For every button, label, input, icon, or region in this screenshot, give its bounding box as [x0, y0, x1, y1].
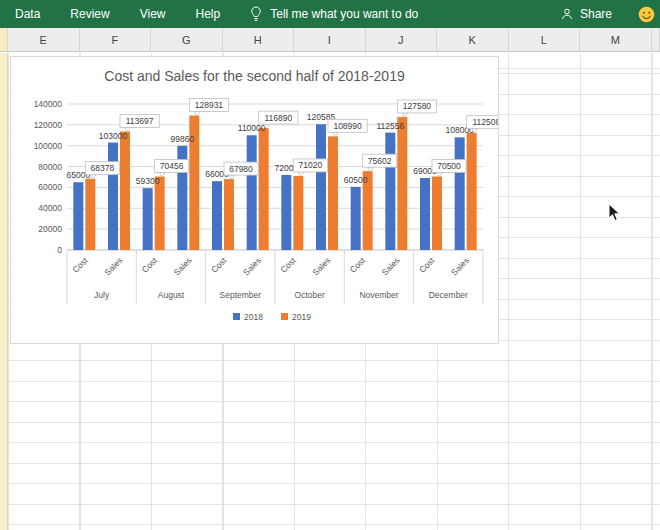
legend-swatch-2019[interactable]: [281, 313, 288, 320]
bar-2018-october-sales[interactable]: [316, 124, 326, 250]
y-tick-label: 0: [57, 245, 62, 255]
column-header-F[interactable]: F: [80, 28, 152, 51]
x-category-label: Cost: [417, 255, 437, 275]
data-callout-text: 127580: [403, 101, 432, 111]
share-label: Share: [580, 7, 612, 21]
bar-2018-september-cost[interactable]: [212, 181, 222, 250]
chart-title[interactable]: Cost and Sales for the second half of 20…: [11, 68, 498, 84]
bar-2018-july-sales[interactable]: [108, 143, 118, 250]
column-header-K[interactable]: K: [437, 28, 509, 51]
ribbon-tab-view[interactable]: View: [125, 0, 181, 28]
bar-2019-august-cost[interactable]: [155, 177, 165, 250]
bar-2019-july-cost[interactable]: [85, 179, 95, 250]
bar-2019-october-sales[interactable]: [328, 136, 338, 250]
y-tick-label: 60000: [38, 182, 62, 192]
chart[interactable]: Cost and Sales for the second half of 20…: [10, 56, 499, 344]
callout-pointer: [90, 175, 96, 179]
column-header-M[interactable]: M: [580, 28, 652, 51]
x-month-label: August: [158, 290, 185, 300]
x-category-label: Sales: [380, 255, 402, 277]
x-category-label: Cost: [209, 255, 229, 275]
ribbon-tab-help[interactable]: Help: [181, 0, 236, 28]
column-header-H[interactable]: H: [223, 28, 295, 51]
x-category-label: Sales: [241, 255, 263, 277]
highlighted-column-strip: [0, 53, 8, 530]
y-tick-label: 80000: [38, 162, 62, 172]
tell-me-box[interactable]: Tell me what you want to do: [249, 6, 418, 22]
x-category-label: Sales: [310, 255, 332, 277]
ribbon-tab-data[interactable]: Data: [0, 0, 55, 28]
y-tick-label: 140000: [34, 99, 63, 109]
bar-2018-september-sales[interactable]: [247, 135, 257, 250]
column-header-E[interactable]: E: [8, 28, 80, 51]
column-header-I[interactable]: I: [294, 28, 366, 51]
y-tick-label: 20000: [38, 224, 62, 234]
bar-2019-december-cost[interactable]: [432, 176, 442, 250]
data-callout-text: 113697: [126, 116, 154, 126]
x-category-label: Sales: [172, 255, 194, 277]
data-callout-text: 75602: [368, 156, 392, 166]
bar-2018-august-cost[interactable]: [143, 188, 153, 250]
bar-2019-december-sales[interactable]: [467, 133, 477, 250]
x-category-label: Cost: [140, 255, 160, 275]
bar-2019-september-sales[interactable]: [259, 128, 269, 250]
bar-2019-september-cost[interactable]: [224, 179, 234, 250]
data-label-2018: 59300: [136, 176, 160, 186]
legend-label-2019[interactable]: 2019: [292, 312, 311, 322]
bar-2018-december-cost[interactable]: [420, 178, 430, 250]
column-header-J[interactable]: J: [366, 28, 438, 51]
x-month-label: September: [220, 290, 262, 300]
bar-2019-november-sales[interactable]: [397, 117, 407, 250]
ribbon-tab-review[interactable]: Review: [55, 0, 124, 28]
sheet-grid[interactable]: Cost and Sales for the second half of 20…: [0, 53, 660, 530]
x-month-label: October: [295, 290, 325, 300]
callout-pointer: [194, 112, 200, 116]
x-category-label: Cost: [278, 255, 298, 275]
data-label-2018: 110000: [238, 123, 266, 133]
column-header-G[interactable]: G: [151, 28, 223, 51]
callout-pointer: [298, 172, 304, 176]
bar-2018-november-cost[interactable]: [351, 187, 361, 250]
y-tick-label: 100000: [34, 141, 63, 151]
share-person-icon: [560, 7, 574, 21]
column-header-partial-right: [652, 28, 660, 51]
bar-2019-july-sales[interactable]: [120, 131, 130, 250]
data-callout-text: 128931: [195, 100, 224, 110]
mouse-cursor: [608, 203, 622, 222]
data-callout-text: 112508: [472, 117, 498, 127]
lightbulb-icon: [249, 6, 263, 22]
bar-2019-october-cost[interactable]: [293, 176, 303, 250]
data-callout-text: 71020: [299, 160, 323, 170]
data-label-2018: 99860: [171, 134, 195, 144]
share-button[interactable]: Share: [560, 7, 612, 21]
feedback-smiley-button[interactable]: [638, 6, 655, 23]
bar-2018-october-cost[interactable]: [281, 175, 291, 250]
data-callout-text: 116890: [264, 113, 292, 123]
chart-canvas: 020000400006000080000100000120000140000C…: [11, 57, 498, 343]
callout-pointer: [368, 167, 374, 171]
bar-2018-december-sales[interactable]: [455, 137, 465, 250]
bar-2018-november-sales[interactable]: [385, 133, 395, 250]
y-tick-label: 120000: [34, 120, 63, 130]
x-category-label: Sales: [449, 255, 471, 277]
legend-swatch-2018[interactable]: [233, 313, 240, 320]
x-category-label: Sales: [102, 255, 124, 277]
x-category-label: Cost: [348, 255, 368, 275]
callout-pointer: [229, 175, 235, 179]
y-tick-label: 40000: [38, 203, 62, 213]
column-header-L[interactable]: L: [509, 28, 581, 51]
x-month-label: December: [429, 290, 468, 300]
data-label-2018: 60500: [344, 175, 368, 185]
bar-2018-july-cost[interactable]: [73, 182, 83, 250]
smiley-icon: [638, 6, 655, 23]
callout-pointer: [333, 132, 339, 136]
callout-pointer: [437, 172, 443, 176]
data-callout-text: 67980: [229, 164, 253, 174]
callout-pointer: [160, 173, 166, 177]
legend-label-2018[interactable]: 2018: [244, 312, 263, 322]
x-month-label: November: [359, 290, 398, 300]
data-callout-text: 70500: [437, 161, 461, 171]
data-label-2018: 103000: [99, 131, 128, 141]
x-month-label: July: [94, 290, 110, 300]
data-callout-text: 68378: [91, 163, 115, 173]
